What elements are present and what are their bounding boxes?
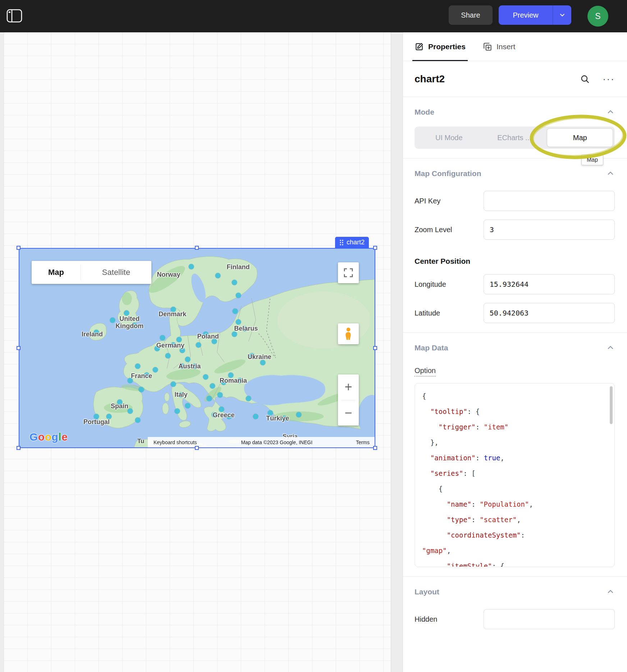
insert-icon [483,42,492,51]
zoom-out-button[interactable]: − [338,400,359,426]
tab-properties[interactable]: Properties [415,32,466,61]
code-scrollbar[interactable] [610,386,613,424]
resize-handle[interactable] [373,246,377,250]
country-label: Belarus [234,325,258,332]
mode-option-map[interactable]: Map [547,128,613,147]
properties-edit-icon [415,42,424,51]
latitude-label: Latitude [415,309,484,317]
sidebar-toggle-icon[interactable] [6,9,22,23]
mode-heading: Mode [415,108,434,116]
country-label: Austria [178,362,201,370]
drag-handle-icon [339,239,344,246]
preview-button-group: Preview [499,5,571,25]
page-title: chart2 [415,73,567,85]
tab-properties-label: Properties [428,42,466,51]
option-label: Option [415,367,436,377]
properties-panel: Properties Insert chart2 ··· Mode [403,32,627,672]
map-partial-label: Tu [137,438,145,445]
mode-option-echarts[interactable]: ECharts ... [482,128,547,147]
resize-handle[interactable] [373,346,377,350]
section-map-data: Map Data Option { "tooltip": { "trigger"… [403,333,627,577]
option-code-editor[interactable]: { "tooltip": { "trigger": "item" }, "ani… [415,383,615,567]
map-tooltip: Map [581,155,603,165]
country-label: Ukraine [248,353,271,360]
map-type-map-button[interactable]: Map [32,261,81,284]
country-label: Greece [213,411,235,419]
section-map-configuration: Map Configuration API Key Zoom Level Cen… [403,158,627,333]
panel-tabs: Properties Insert [403,32,627,61]
api-key-field[interactable] [484,191,615,211]
google-logo: Google [29,431,68,443]
country-label: Italy [175,391,188,398]
chevron-up-icon[interactable] [606,344,615,352]
preview-button[interactable]: Preview [499,5,553,25]
more-options-icon[interactable]: ··· [603,74,615,84]
resize-handle[interactable] [17,446,20,450]
map-type-satellite-button[interactable]: Satellite [81,261,151,284]
country-label: Germany [156,342,184,349]
resize-handle[interactable] [17,246,20,250]
map-data-attribution: Map data ©2023 Google, INEGI [203,439,351,445]
country-label: Denmark [159,310,186,318]
resize-handle[interactable] [195,446,199,450]
mode-segmented-control: UI Mode ECharts ... Map [415,126,615,149]
hidden-field[interactable] [484,609,615,629]
api-key-label: API Key [415,197,484,205]
map-data-heading: Map Data [415,344,448,352]
pegman-icon [344,327,353,340]
country-label: Spain [111,402,128,410]
map-configuration-heading: Map Configuration [415,169,481,178]
zoom-level-label: Zoom Level [415,226,484,234]
country-label: Finland [227,263,250,271]
pegman-button[interactable] [338,323,359,344]
topbar: Share Preview S [0,0,627,32]
resize-handle[interactable] [195,246,199,250]
section-layout: Layout Hidden [403,577,627,639]
country-label: Portugal [83,418,110,425]
zoom-level-field[interactable] [484,220,615,240]
hidden-label: Hidden [415,615,484,623]
preview-dropdown-button[interactable] [553,5,571,25]
center-position-heading: Center Position [415,257,615,266]
mode-option-ui[interactable]: UI Mode [416,128,482,147]
layout-heading: Layout [415,588,439,596]
country-label: Türkiye [266,414,289,422]
map-stage[interactable]: FinlandNorwayDenmarkUnited KingdomIrelan… [19,249,375,447]
tab-insert[interactable]: Insert [483,32,516,61]
country-label: Ireland [82,331,103,338]
widget-tag-chart2[interactable]: chart2 [335,237,369,248]
zoom-control: + − [338,374,359,425]
latitude-field[interactable] [484,303,615,323]
share-button[interactable]: Share [449,5,493,25]
fullscreen-button[interactable] [338,262,359,283]
chevron-up-icon[interactable] [606,588,615,596]
search-icon[interactable] [580,74,590,84]
country-label: Poland [197,333,219,340]
map-widget[interactable]: FinlandNorwayDenmarkUnited KingdomIrelan… [19,248,375,448]
terms-link[interactable]: Terms [351,439,375,445]
map-attribution-bar: Keyboard shortcuts Map data ©2023 Google… [148,437,375,447]
longitude-label: Longitude [415,280,484,289]
option-code: { "tooltip": { "trigger": "item" }, "ani… [422,388,607,567]
map-type-control: Map Satellite [32,261,151,284]
country-label: United Kingdom [111,315,147,330]
app-root: Share Preview S chart2 [0,0,627,672]
chevron-down-icon [559,11,566,19]
country-label: France [131,372,152,380]
panel-title-row: chart2 ··· [403,61,627,97]
section-mode: Mode UI Mode ECharts ... Map [403,97,627,158]
tab-insert-label: Insert [496,42,516,51]
resize-handle[interactable] [17,346,20,350]
country-label: Norway [157,271,180,279]
country-label: Romania [220,377,247,385]
widget-tag-label: chart2 [347,239,365,246]
keyboard-shortcuts-link[interactable]: Keyboard shortcuts [148,439,203,445]
zoom-in-button[interactable]: + [338,374,359,400]
chevron-up-icon[interactable] [606,169,615,178]
chevron-up-icon[interactable] [606,108,615,116]
resize-handle[interactable] [373,446,377,450]
avatar[interactable]: S [587,6,608,27]
fullscreen-icon [344,268,353,277]
longitude-field[interactable] [484,274,615,294]
